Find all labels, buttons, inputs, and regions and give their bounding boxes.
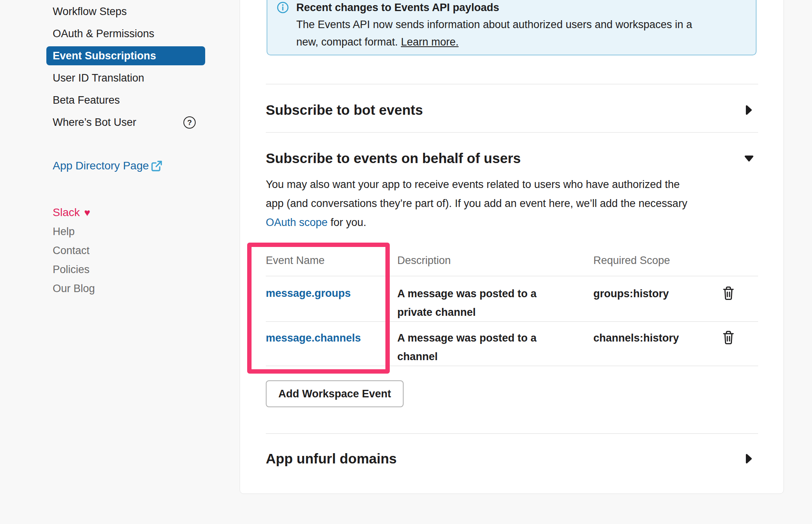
table-header-divider [266,276,758,276]
column-header-required-scope: Required Scope [593,255,670,266]
user-events-desc-line1: You may also want your app to receive ev… [266,178,680,190]
sidebar-nav: Workflow Steps OAuth & Permissions Event… [46,0,205,133]
user-events-desc-line2: app (and conversations they’re part of).… [266,197,687,209]
add-workspace-event-button[interactable]: Add Workspace Event [266,380,404,407]
user-events-desc-tail: for you. [328,216,366,228]
event-description-cell: A message was posted to a channel [397,329,564,366]
info-icon [277,2,289,13]
event-description-cell: A message was posted to a private channe… [397,285,564,322]
sidebar-item-event-subscriptions[interactable]: Event Subscriptions [46,46,205,65]
delete-event-button[interactable] [722,330,735,346]
section-toggle-user-events[interactable]: Subscribe to events on behalf of users [266,150,521,167]
heart-icon: ♥ [84,207,90,219]
oauth-scope-link[interactable]: OAuth scope [266,216,328,228]
caret-right-icon[interactable] [744,452,753,465]
divider [266,433,758,434]
column-header-description: Description [397,255,451,266]
footer-link-policies[interactable]: Policies [53,260,95,279]
table-bottom-divider [266,366,758,366]
learn-more-link[interactable]: Learn more. [401,36,459,48]
help-question-icon[interactable]: ? [183,116,196,129]
app-directory-link-label: App Directory Page [53,159,149,172]
sidebar-item-oauth-permissions[interactable]: OAuth & Permissions [46,23,205,45]
required-scope-cell: groups:history [593,288,669,299]
delete-event-button[interactable] [722,285,735,301]
external-link-icon [151,160,163,172]
banner-body: The Events API now sends information abo… [296,16,692,51]
user-events-description: You may also want your app to receive ev… [266,175,687,232]
required-scope-cell: channels:history [593,332,679,344]
column-header-event-name: Event Name [266,255,325,266]
settings-card: Recent changes to Events API payloads Th… [240,0,784,494]
sidebar-item-workflow-steps[interactable]: Workflow Steps [46,0,205,23]
banner-body-line2: new, compact format. [296,36,398,48]
caret-right-icon[interactable] [744,103,753,117]
table-row-divider [266,321,758,322]
sidebar-item-wheres-bot-user[interactable]: Where’s Bot User [46,111,205,133]
divider [266,84,758,84]
slack-app-settings-page: { "colors": { "accent_blue": "#1264a3", … [0,0,812,524]
event-name-link[interactable]: message.channels [266,332,361,344]
sidebar-item-beta-features[interactable]: Beta Features [46,89,205,111]
footer-link-our-blog[interactable]: Our Blog [53,279,95,298]
sidebar-footer-links: Help Contact Policies Our Blog [53,222,95,298]
sidebar-footer-brand: Slack ♥ [53,206,90,219]
info-banner: Recent changes to Events API payloads Th… [267,0,757,55]
divider [266,132,758,133]
banner-title: Recent changes to Events API payloads [296,0,499,15]
app-directory-link[interactable]: App Directory Page [53,159,163,173]
banner-body-line1: The Events API now sends information abo… [296,19,692,30]
section-toggle-app-unfurl-domains[interactable]: App unfurl domains [266,450,397,467]
slack-brand-link[interactable]: Slack [53,206,80,219]
footer-link-help[interactable]: Help [53,222,95,241]
caret-down-icon[interactable] [742,154,756,163]
sidebar-item-user-id-translation[interactable]: User ID Translation [46,67,205,89]
footer-link-contact[interactable]: Contact [53,241,95,260]
event-name-link[interactable]: message.groups [266,288,351,299]
section-toggle-bot-events[interactable]: Subscribe to bot events [266,101,423,119]
